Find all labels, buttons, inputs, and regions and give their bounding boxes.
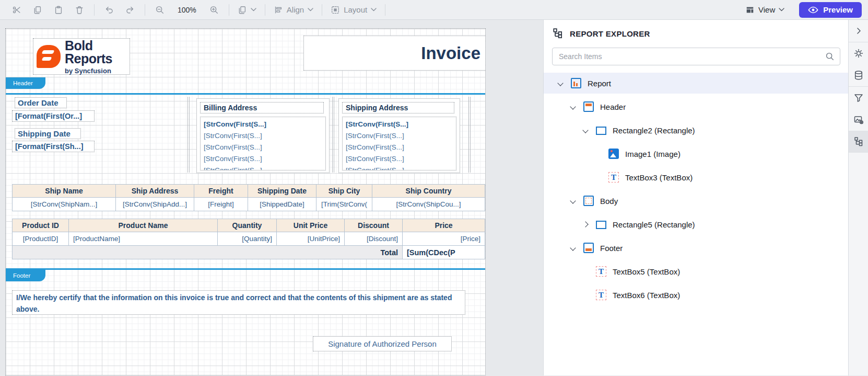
tree-item-label: Rectangle5 (Rectangle) bbox=[613, 220, 695, 229]
chevron-down-icon[interactable] bbox=[581, 127, 596, 134]
billing-address-section[interactable]: Billing Address [StrConv(First(S...][Str… bbox=[196, 98, 330, 173]
column-header[interactable]: Ship Address bbox=[116, 185, 194, 198]
total-value-cell[interactable]: [Sum(CDec(P bbox=[403, 246, 485, 259]
shipping-address-section[interactable]: Shipping Address [StrConv(First(S...][St… bbox=[338, 98, 460, 173]
table-cell[interactable]: [ProductName] bbox=[69, 232, 218, 246]
column-header[interactable]: Price bbox=[403, 219, 485, 232]
search-input[interactable] bbox=[552, 48, 840, 65]
table-cell[interactable]: [StrConv(ShipAdd...] bbox=[116, 198, 194, 211]
column-header[interactable]: Quantity bbox=[218, 219, 277, 232]
zoom-out-button[interactable] bbox=[153, 3, 167, 17]
tree-item-footer[interactable]: Footer bbox=[544, 237, 848, 258]
tree-item-label: Body bbox=[600, 197, 618, 206]
column-header[interactable]: Product ID bbox=[13, 219, 69, 232]
billing-address-label[interactable]: Billing Address bbox=[200, 102, 324, 113]
report-explorer-tab[interactable] bbox=[849, 131, 868, 153]
cut-button[interactable] bbox=[10, 3, 24, 17]
duplicate-dropdown[interactable] bbox=[238, 5, 256, 15]
column-header[interactable]: Unit Price bbox=[277, 219, 345, 232]
column-header[interactable]: Product Name bbox=[69, 219, 218, 232]
column-header[interactable]: Ship Name bbox=[13, 185, 116, 198]
column-header[interactable]: Ship Country bbox=[372, 185, 485, 198]
paste-button[interactable] bbox=[52, 3, 65, 17]
table-cell[interactable]: [StrConv(ShipNam...] bbox=[13, 198, 116, 211]
order-date-label[interactable]: Order Date bbox=[15, 97, 67, 108]
tree-item-textbox3-textbox[interactable]: TTextBox3 (TextBox) bbox=[544, 167, 848, 188]
tree-item-image1-image[interactable]: Image1 (Image) bbox=[544, 143, 848, 164]
undo-button[interactable] bbox=[102, 3, 116, 17]
tree-item-rectangle5-rectangle[interactable]: Rectangle5 (Rectangle) bbox=[544, 214, 848, 235]
address-line[interactable]: [StrConv(First(S...] bbox=[346, 130, 453, 142]
copy-button[interactable] bbox=[31, 3, 44, 17]
settings-button[interactable] bbox=[849, 42, 868, 64]
footer-band-tab[interactable]: Footer bbox=[6, 270, 45, 281]
chevron-down-icon[interactable] bbox=[569, 244, 583, 252]
table-cell[interactable]: [UnitPrice] bbox=[277, 232, 345, 246]
view-dropdown[interactable]: View bbox=[745, 5, 784, 15]
address-line[interactable]: [StrConv(First(S...] bbox=[204, 142, 322, 153]
report-page[interactable]: BoldReports by Syncfusion Invoice Header… bbox=[5, 28, 486, 375]
address-line[interactable]: [StrConv(First(S...] bbox=[204, 119, 322, 130]
chevron-down-icon bbox=[371, 8, 377, 12]
address-line[interactable]: [StrConv(First(S...] bbox=[204, 153, 322, 165]
product-details-table[interactable]: Product IDProduct NameQuantityUnit Price… bbox=[12, 219, 485, 259]
tree-item-rectangle2-rectangle[interactable]: Rectangle2 (Rectangle) bbox=[544, 120, 848, 141]
total-label-cell[interactable]: Total bbox=[13, 246, 403, 259]
design-canvas[interactable]: BoldReports by Syncfusion Invoice Header… bbox=[0, 20, 543, 375]
table-cell[interactable]: [Trim(StrConv( bbox=[316, 198, 372, 211]
image-settings-button[interactable] bbox=[849, 109, 868, 131]
shipping-date-label[interactable]: Shipping Date bbox=[15, 128, 81, 139]
billing-address-lines[interactable]: [StrConv(First(S...][StrConv(First(S...]… bbox=[200, 117, 326, 170]
address-line[interactable]: [StrConv(First(S...] bbox=[204, 165, 322, 170]
shipping-address-label[interactable]: Shipping Address bbox=[342, 102, 454, 113]
tree-item-header[interactable]: Header bbox=[544, 96, 848, 117]
chevron-right-icon[interactable] bbox=[581, 221, 596, 228]
toolbar-divider bbox=[385, 4, 385, 16]
header-band-tab[interactable]: Header bbox=[6, 77, 45, 89]
shipping-date-value[interactable]: [Format(First(Sh...] bbox=[12, 141, 95, 152]
column-header[interactable]: Ship City bbox=[316, 185, 372, 198]
tree-item-report[interactable]: Report bbox=[544, 73, 848, 94]
address-line[interactable]: [StrConv(First(S...] bbox=[346, 165, 453, 170]
redo-button[interactable] bbox=[123, 3, 137, 17]
tree-item-textbox5-textbox[interactable]: TTextBox5 (TextBox) bbox=[544, 261, 848, 282]
invoice-title-textbox[interactable]: Invoice bbox=[303, 36, 486, 71]
table-cell[interactable]: [Freight] bbox=[194, 198, 248, 211]
table-cell[interactable]: [ProductID] bbox=[13, 232, 69, 246]
tree-item-textbox6-textbox[interactable]: TTextBox6 (TextBox) bbox=[544, 284, 848, 305]
list-separator bbox=[468, 97, 471, 173]
table-cell[interactable]: [Price] bbox=[403, 232, 485, 246]
order-date-value[interactable]: [Format(First(Or...] bbox=[12, 110, 95, 122]
zoom-in-button[interactable] bbox=[207, 3, 221, 17]
signature-textbox[interactable]: Signature of Authorized Person bbox=[313, 336, 452, 351]
address-line[interactable]: [StrConv(First(S...] bbox=[346, 142, 453, 153]
table-cell[interactable]: [Discount] bbox=[345, 232, 403, 246]
filter-button[interactable] bbox=[849, 87, 868, 109]
data-button[interactable] bbox=[849, 64, 868, 86]
tree-item-body[interactable]: Body bbox=[544, 190, 848, 211]
table-cell[interactable]: [ShippedDate] bbox=[248, 198, 316, 211]
image-settings-icon bbox=[853, 115, 864, 125]
zoom-level[interactable]: 100% bbox=[178, 6, 196, 14]
chevron-down-icon[interactable] bbox=[569, 197, 583, 204]
preview-button[interactable]: Preview bbox=[799, 2, 862, 18]
column-header[interactable]: Freight bbox=[194, 185, 248, 198]
ship-details-table[interactable]: Ship NameShip AddressFreightShipping Dat… bbox=[12, 184, 485, 211]
filter-icon bbox=[853, 93, 864, 103]
address-line[interactable]: [StrConv(First(S...] bbox=[346, 153, 453, 165]
logo-image[interactable]: BoldReports by Syncfusion bbox=[33, 38, 130, 75]
layout-dropdown[interactable]: Layout bbox=[331, 5, 377, 15]
align-dropdown[interactable]: Align bbox=[274, 5, 313, 15]
address-line[interactable]: [StrConv(First(S...] bbox=[204, 130, 322, 142]
collapse-panel-button[interactable] bbox=[849, 20, 868, 42]
column-header[interactable]: Discount bbox=[345, 219, 403, 232]
delete-button[interactable] bbox=[73, 3, 86, 17]
certify-textbox[interactable]: I/We hereby certify that the information… bbox=[12, 290, 465, 315]
chevron-down-icon[interactable] bbox=[556, 79, 571, 87]
shipping-address-lines[interactable]: [StrConv(First(S...][StrConv(First(S...]… bbox=[342, 117, 456, 170]
table-cell[interactable]: [Quantity] bbox=[218, 232, 277, 246]
table-cell[interactable]: [StrConv(ShipCou...] bbox=[372, 198, 485, 211]
chevron-down-icon[interactable] bbox=[569, 103, 583, 110]
column-header[interactable]: Shipping Date bbox=[248, 185, 316, 198]
address-line[interactable]: [StrConv(First(S...] bbox=[346, 119, 453, 130]
